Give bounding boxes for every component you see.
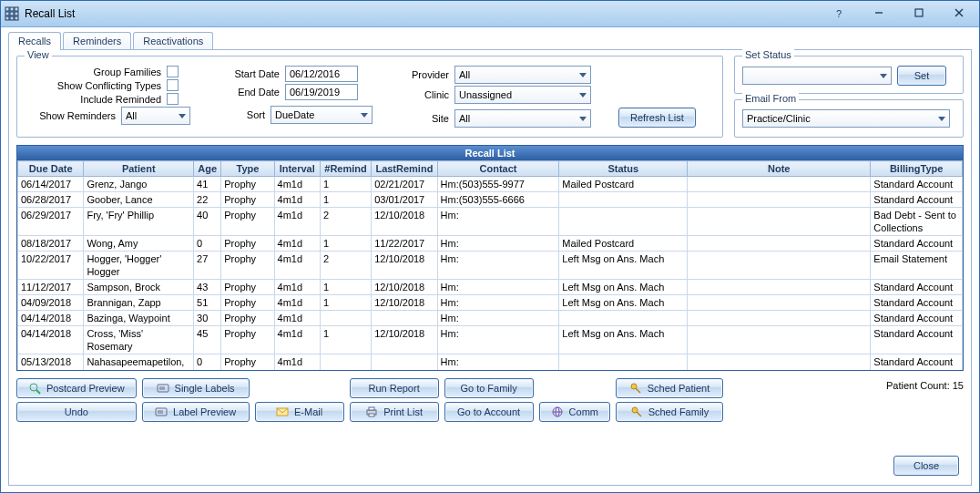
site-label: Site (405, 113, 449, 124)
cell-patient: Sampson, Brock (84, 280, 194, 295)
table-row[interactable]: 06/28/2017Goober, Lance22Prophy4m1d103/0… (18, 192, 963, 208)
cell-contact: Hm: (437, 295, 559, 311)
cell-type: Prophy (221, 236, 274, 252)
single-labels-button[interactable]: Single Labels (142, 378, 250, 398)
cell-last: 12/10/2018 (372, 208, 437, 236)
refresh-list-button[interactable]: Refresh List (618, 108, 696, 128)
start-date-input[interactable] (285, 66, 358, 82)
close-button[interactable]: Close (893, 456, 959, 476)
minimize-button[interactable] (859, 1, 899, 26)
cell-type: Prophy (221, 326, 274, 354)
cell-note (688, 208, 871, 236)
svg-rect-7 (10, 16, 14, 20)
cell-note (688, 326, 871, 354)
clinic-combo[interactable]: Unassigned (454, 86, 591, 104)
cell-last: 03/01/2017 (372, 192, 437, 208)
cell-age: 45 (194, 326, 221, 354)
tab-reminders[interactable]: Reminders (63, 32, 131, 50)
sort-combo[interactable]: DueDate (271, 106, 373, 124)
cell-status: Left Msg on Ans. Mach (559, 252, 688, 280)
help-button[interactable]: ? (819, 1, 859, 26)
col-status[interactable]: Status (559, 161, 688, 177)
pin-icon (629, 382, 642, 395)
magnifier-icon (28, 382, 41, 395)
cell-note (688, 252, 871, 280)
go-family-button[interactable]: Go to Family (444, 378, 534, 398)
button-bar: Postcard Preview Single Labels Undo Labe… (16, 378, 964, 422)
end-date-input[interactable] (285, 84, 358, 100)
cell-contact: Hm: (437, 280, 559, 295)
show-conflicting-checkbox[interactable] (167, 79, 179, 91)
maximize-button[interactable] (899, 1, 939, 26)
grid-title: Recall List (17, 146, 963, 160)
undo-button[interactable]: Undo (16, 402, 137, 422)
cell-remind: 1 (320, 236, 371, 252)
show-reminders-combo[interactable]: All (121, 107, 190, 125)
cell-note (688, 236, 871, 252)
table-row[interactable]: 11/12/2017Sampson, Brock43Prophy4m1d112/… (18, 280, 963, 295)
cell-remind: 1 (320, 280, 371, 295)
go-account-button[interactable]: Go to Account (444, 402, 534, 422)
cell-status: Left Msg on Ans. Mach (559, 326, 688, 354)
cell-age: 40 (194, 208, 221, 236)
cell-interval: 4m1d (274, 192, 320, 208)
col-due[interactable]: Due Date (18, 161, 84, 177)
sched-patient-button[interactable]: Sched Patient (616, 378, 723, 398)
col-last[interactable]: LastRemind (372, 161, 437, 177)
col-remind[interactable]: #Remind (320, 161, 371, 177)
cell-note (688, 280, 871, 295)
tabstrip: Recalls Reminders Reactivations (8, 32, 972, 50)
email-button[interactable]: E-Mail (255, 402, 344, 422)
table-row[interactable]: 04/14/2018Cross, 'Miss' Rosemary45Prophy… (18, 326, 963, 354)
cell-patient: Bazinga, Waypoint (84, 311, 194, 326)
col-note[interactable]: Note (688, 161, 871, 177)
close-window-button[interactable] (939, 1, 979, 26)
cell-contact: Hm: (437, 252, 559, 280)
cell-type: Prophy (221, 192, 274, 208)
site-combo[interactable]: All (454, 109, 591, 128)
grid-scroll[interactable]: Due Date Patient Age Type Interval #Remi… (17, 160, 963, 370)
col-age[interactable]: Age (194, 161, 221, 177)
show-reminders-label: Show Reminders (25, 110, 116, 121)
tab-reactivations[interactable]: Reactivations (133, 32, 213, 50)
cell-last: 12/10/2018 (372, 295, 437, 311)
email-from-combo[interactable]: Practice/Clinic (742, 109, 950, 128)
cell-due: 04/09/2018 (18, 295, 84, 311)
table-row[interactable]: 06/14/2017Grenz, Jango41Prophy4m1d102/21… (18, 177, 963, 192)
include-reminded-checkbox[interactable] (167, 93, 179, 105)
col-contact[interactable]: Contact (437, 161, 559, 177)
comm-button[interactable]: Comm (539, 402, 610, 422)
cell-contact: Hm: (437, 326, 559, 354)
print-list-button[interactable]: Print List (350, 402, 439, 422)
set-status-groupbox: Set Status Set (734, 56, 964, 94)
table-row[interactable]: 10/22/2017Hogger, 'Hogger' Hogger27Proph… (18, 252, 963, 280)
label-preview-button[interactable]: Label Preview (142, 402, 250, 422)
window: Recall List ? Recalls Reminders Reactiva… (0, 0, 980, 493)
set-status-combo[interactable] (742, 67, 892, 85)
cell-remind: 1 (320, 192, 371, 208)
cell-last (372, 354, 437, 371)
cell-billing: Bad Debt - Sent to Collections (871, 208, 963, 236)
sched-family-button[interactable]: Sched Family (616, 402, 723, 422)
group-families-checkbox[interactable] (167, 66, 179, 77)
email-from-groupbox: Email From Practice/Clinic (734, 99, 964, 138)
table-row[interactable]: 08/18/2017Wong, Amy0Prophy4m1d111/22/201… (18, 236, 963, 252)
table-row[interactable]: 06/29/2017Fry, 'Fry' Phillip40Prophy4m1d… (18, 208, 963, 236)
table-row[interactable]: 04/09/2018Brannigan, Zapp51Prophy4m1d112… (18, 295, 963, 311)
run-report-button[interactable]: Run Report (350, 378, 439, 398)
table-row[interactable]: 05/13/2018Nahasapeemapetilon, Apu0Prophy… (18, 354, 963, 371)
col-billing[interactable]: BillingType (871, 161, 963, 177)
svg-rect-0 (5, 7, 9, 11)
table-row[interactable]: 04/14/2018Bazinga, Waypoint30Prophy4m1dH… (18, 311, 963, 326)
col-interval[interactable]: Interval (274, 161, 320, 177)
provider-label: Provider (405, 69, 449, 80)
postcard-preview-button[interactable]: Postcard Preview (16, 378, 137, 398)
cell-remind: 1 (320, 326, 371, 354)
tab-recalls[interactable]: Recalls (8, 32, 61, 50)
col-type[interactable]: Type (221, 161, 274, 177)
set-status-button[interactable]: Set (897, 66, 946, 86)
cell-billing: Standard Account (871, 280, 963, 295)
provider-combo[interactable]: All (454, 66, 591, 84)
cell-last: 12/10/2018 (372, 252, 437, 280)
col-patient[interactable]: Patient (84, 161, 194, 177)
